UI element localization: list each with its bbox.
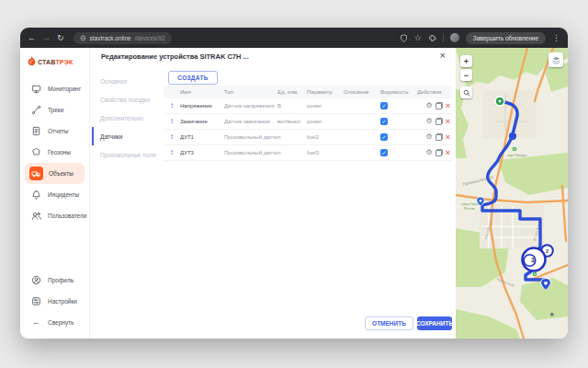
svg-text:3: 3: [531, 257, 535, 263]
sidebar-item-label: Отчеты: [48, 128, 68, 134]
url-path: /devices/92: [135, 35, 165, 41]
tab-custom-fields[interactable]: Произвольные поля: [92, 145, 162, 164]
map[interactable]: Промышленный сквер Героев России парк По…: [456, 48, 568, 339]
tab-additional[interactable]: Дополнительно: [92, 109, 162, 127]
sidebar-item-monitoring[interactable]: Мониторинг: [20, 78, 89, 99]
tracks-icon: [30, 104, 42, 116]
layers-icon: [551, 55, 561, 65]
sensor-name: ДУТ3: [180, 150, 224, 155]
tab-main[interactable]: Основное: [92, 72, 162, 90]
save-button[interactable]: СОХРАНИТЬ: [417, 316, 452, 330]
forward-icon[interactable]: →: [42, 34, 51, 42]
column-header: Тип: [224, 89, 277, 95]
visibility-checkbox[interactable]: ✓: [380, 102, 388, 109]
copy-icon[interactable]: [435, 133, 443, 141]
column-header: Параметр: [307, 89, 344, 95]
sidebar-item-collapse[interactable]: ←Свернуть: [20, 312, 89, 333]
map-search-button[interactable]: [460, 86, 472, 98]
drag-handle-icon[interactable]: ↕: [164, 133, 180, 141]
cancel-button[interactable]: ОТМЕНИТЬ: [365, 316, 413, 330]
sensor-name: Напряжение: [180, 103, 224, 109]
row-actions: ⚙×: [417, 133, 452, 142]
zoom-out-button[interactable]: −: [460, 69, 472, 81]
refresh-icon[interactable]: ↻: [57, 34, 64, 42]
sidebar-item-label: Свернуть: [48, 319, 74, 326]
browser-window: ← → ↻ stavtrack.online/devices/92 ☆ Заве…: [20, 28, 568, 339]
visibility-cell: ✓: [380, 133, 417, 141]
sidebar-item-objects[interactable]: Объекты: [25, 163, 85, 184]
create-button[interactable]: СОЗДАТЬ: [168, 71, 218, 85]
sensor-type: Датчик зажигания: [224, 119, 277, 124]
reports-icon: [30, 125, 42, 137]
shield-icon[interactable]: [400, 34, 408, 42]
sensor-unit: вкл/выкл: [277, 119, 307, 124]
visibility-checkbox[interactable]: ✓: [380, 149, 388, 156]
visibility-checkbox[interactable]: ✓: [380, 133, 388, 141]
sensor-name: Зажигание: [180, 119, 224, 124]
route-start-marker[interactable]: [495, 97, 504, 106]
app-logo[interactable]: СТАВТРЭК: [20, 48, 89, 70]
tab-trip[interactable]: Свойства поездки: [92, 90, 162, 109]
map-layers-button[interactable]: [548, 52, 563, 67]
url-host: stavtrack.online: [90, 35, 131, 41]
sidebar-item-label: Треки: [48, 107, 63, 113]
geozones-icon: [30, 146, 42, 158]
sidebar-item-label: Профиль: [48, 277, 74, 283]
table-row: ↕ДУТ1Произвольный датчиклfuel2✓⚙×: [164, 130, 452, 145]
tab-sensors[interactable]: Датчики: [92, 127, 162, 145]
page: ← → ↻ stavtrack.online/devices/92 ☆ Заве…: [0, 0, 588, 368]
route-point-marker[interactable]: [509, 132, 516, 140]
sidebar-item-geozones[interactable]: Геозоны: [20, 142, 89, 163]
sidebar-item-profile[interactable]: Профиль: [20, 270, 89, 291]
sidebar-item-users[interactable]: Пользователи: [20, 205, 89, 226]
map-label-square2: России: [464, 207, 475, 211]
sensor-unit: л: [277, 150, 307, 155]
sidebar-item-label: Пользователи: [48, 213, 86, 219]
profile-avatar[interactable]: [450, 33, 459, 42]
visibility-cell: ✓: [380, 102, 417, 109]
row-actions: ⚙×: [417, 102, 452, 110]
drag-handle-icon[interactable]: ↕: [164, 102, 180, 109]
copy-icon[interactable]: [435, 149, 443, 156]
sidebar-item-label: Настройки: [48, 298, 77, 305]
sidebar-item-reports[interactable]: Отчеты: [20, 121, 89, 142]
row-settings-icon[interactable]: ⚙: [426, 118, 433, 125]
sidebar-item-settings[interactable]: Настройки: [20, 291, 89, 312]
sidebar: СТАВТРЭК МониторингТрекиОтчетыГеозоныОбъ…: [20, 48, 90, 339]
svg-text:2: 2: [546, 248, 548, 254]
drag-handle-icon[interactable]: ↕: [164, 118, 180, 125]
poi-icon: [550, 313, 554, 316]
delete-icon[interactable]: ×: [446, 118, 450, 126]
table-row: ↕ДУТ3Произвольный датчиклfuel3✓⚙×: [164, 145, 452, 161]
delete-icon[interactable]: ×: [446, 102, 450, 110]
delete-icon[interactable]: ×: [446, 133, 450, 142]
browser-update-button[interactable]: Завершить обновление: [466, 32, 546, 44]
drag-handle-icon[interactable]: ↕: [164, 149, 180, 156]
sidebar-item-incidents[interactable]: Инциденты: [20, 184, 89, 205]
close-icon[interactable]: ×: [440, 50, 446, 61]
row-settings-icon[interactable]: ⚙: [426, 149, 433, 156]
back-icon[interactable]: ←: [28, 34, 36, 42]
copy-icon[interactable]: [435, 118, 443, 125]
sidebar-item-tracks[interactable]: Треки: [20, 99, 89, 121]
row-actions: ⚙×: [417, 149, 452, 157]
bookmark-star-icon[interactable]: ☆: [414, 34, 422, 42]
table-row: ↕НапряжениеДатчик напряженияВpower✓⚙×: [164, 98, 452, 114]
sidebar-item-label: Геозоны: [48, 149, 71, 155]
row-settings-icon[interactable]: ⚙: [426, 102, 433, 109]
logo-text: СТАВТРЭК: [38, 59, 73, 65]
visibility-cell: ✓: [380, 118, 417, 125]
delete-icon[interactable]: ×: [446, 149, 450, 157]
table-row: ↕ЗажиганиеДатчик зажиганиявкл/выклpower✓…: [164, 114, 452, 130]
address-bar[interactable]: stavtrack.online/devices/92: [74, 32, 172, 44]
copy-icon[interactable]: [435, 102, 443, 109]
visibility-checkbox[interactable]: ✓: [380, 118, 388, 125]
cluster-marker-big[interactable]: 3: [523, 248, 546, 271]
extensions-icon[interactable]: [428, 34, 436, 42]
row-actions: ⚙×: [417, 118, 452, 126]
sensor-type: Произвольный датчик: [224, 150, 277, 155]
row-settings-icon[interactable]: ⚙: [426, 133, 433, 141]
objects-icon: [29, 167, 43, 180]
browser-menu-icon[interactable]: ⋮: [552, 34, 560, 42]
zoom-in-button[interactable]: +: [460, 55, 472, 67]
